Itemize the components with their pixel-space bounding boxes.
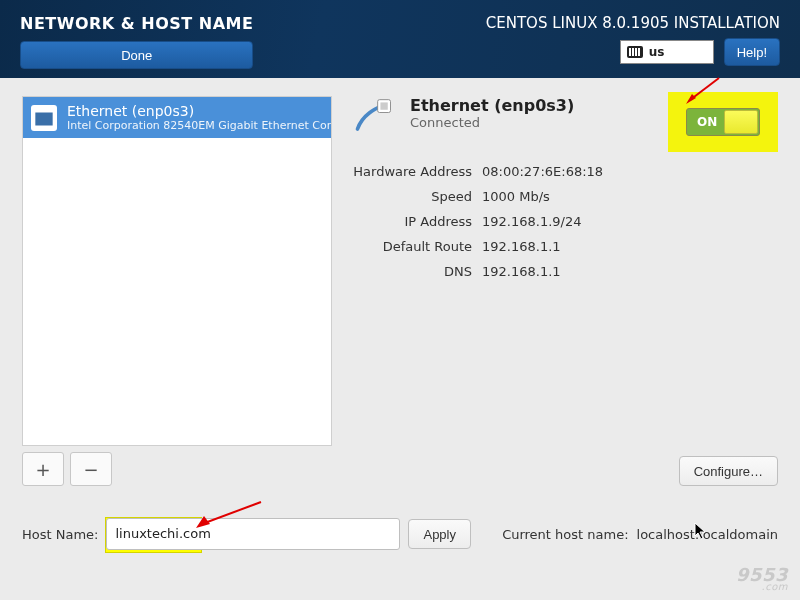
network-interface-list[interactable]: Ethernet (enp0s3) Intel Corporation 8254… [22, 96, 332, 446]
install-title: CENTOS LINUX 8.0.1905 INSTALLATION [486, 14, 780, 32]
speed-value: 1000 Mb/s [482, 189, 778, 204]
current-hostname-value: localhost.localdomain [637, 527, 778, 542]
apply-button[interactable]: Apply [408, 519, 471, 549]
toggle-highlight: ON [668, 92, 778, 152]
hostname-input[interactable]: linuxtechi.com [106, 518, 400, 550]
hw-address-label: Hardware Address [352, 164, 472, 179]
speed-label: Speed [352, 189, 472, 204]
interface-toggle[interactable]: ON [686, 108, 760, 136]
nic-title: Ethernet (enp0s3) [67, 103, 332, 119]
add-interface-button[interactable]: + [22, 452, 64, 486]
hostname-value: linuxtechi.com [113, 519, 393, 549]
network-sidebar: Ethernet (enp0s3) Intel Corporation 8254… [22, 96, 332, 486]
configure-button[interactable]: Configure… [679, 456, 778, 486]
ip-value: 192.168.1.9/24 [482, 214, 778, 229]
hostname-label: Host Name: [22, 527, 98, 542]
interface-details: Ethernet (enp0s3) Connected ON Hardware … [352, 96, 778, 486]
ip-label: IP Address [352, 214, 472, 229]
ethernet-big-icon [352, 96, 396, 140]
ethernet-icon [31, 105, 57, 131]
top-bar: NETWORK & HOST NAME Done CENTOS LINUX 8.… [0, 0, 800, 78]
nic-subtitle: Intel Corporation 82540EM Gigabit Ethern… [67, 119, 332, 132]
content-area: Ethernet (enp0s3) Intel Corporation 8254… [0, 78, 800, 600]
page-title: NETWORK & HOST NAME [20, 14, 253, 33]
hostname-row: Host Name: linuxtechi.com Apply Current … [22, 518, 778, 550]
network-interface-item[interactable]: Ethernet (enp0s3) Intel Corporation 8254… [23, 97, 331, 138]
svg-rect-1 [380, 102, 387, 109]
keyboard-layout-select[interactable]: us [620, 40, 714, 64]
current-hostname-label: Current host name: [502, 527, 628, 542]
interface-name: Ethernet (enp0s3) [410, 96, 574, 115]
toggle-knob [724, 110, 758, 134]
interface-status: Connected [410, 115, 574, 130]
done-button[interactable]: Done [20, 41, 253, 69]
hw-address-value: 08:00:27:6E:68:18 [482, 164, 778, 179]
interface-info-table: Hardware Address 08:00:27:6E:68:18 Speed… [352, 164, 778, 279]
help-button[interactable]: Help! [724, 38, 780, 66]
route-value: 192.168.1.1 [482, 239, 778, 254]
dns-label: DNS [352, 264, 472, 279]
keyboard-layout-label: us [649, 45, 665, 59]
remove-interface-button[interactable]: − [70, 452, 112, 486]
keyboard-icon [627, 46, 643, 58]
toggle-on-label: ON [687, 115, 717, 129]
route-label: Default Route [352, 239, 472, 254]
dns-value: 192.168.1.1 [482, 264, 778, 279]
